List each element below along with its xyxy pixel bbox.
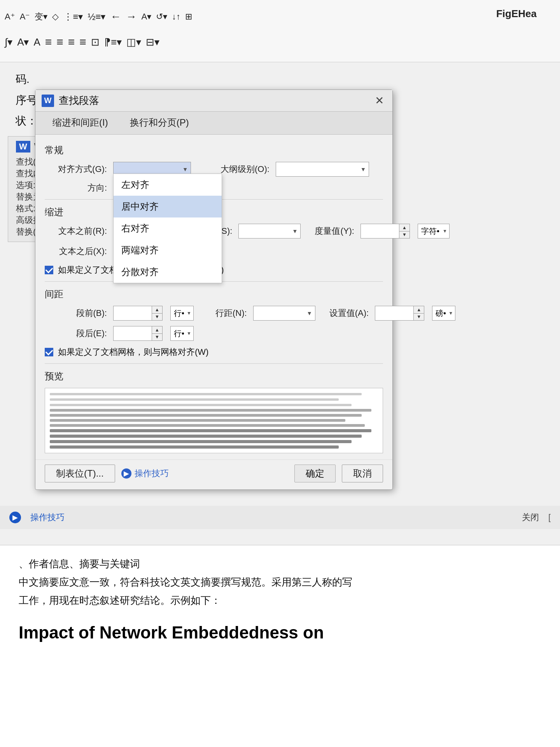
cancel-button[interactable]: 取消 [342,465,383,482]
footer-left: 制表位(T)... ▶ 操作技巧 [45,465,169,482]
after-text-label: 文本之后(X): [45,245,107,257]
value-dec[interactable]: ▼ [414,314,424,321]
preview-line-11 [50,445,339,449]
footer-right: 确定 取消 [294,465,383,482]
measure-input[interactable] [360,224,399,238]
measure-inc[interactable]: ▲ [399,224,410,231]
line-spacing-label: 行距(N): [215,307,247,319]
dialog-titlebar: W 查找段落 ✕ [35,90,392,112]
before-para-spinbox: ▲ ▼ [113,306,163,321]
auto-adjust-checkbox[interactable] [45,266,53,274]
measure-label: 度量值(Y): [315,225,354,237]
after-para-spinbtns: ▲ ▼ [152,326,163,341]
ops-label: 操作技巧 [135,468,169,479]
dialog-close-button[interactable]: ✕ [372,94,386,108]
before-text-label: 文本之前(R): [45,225,107,237]
unit3-select-wrapper: 磅• [432,306,455,321]
value-input[interactable] [375,306,414,321]
ops-icon: ▶ [121,468,131,479]
preview-section: 预览 [45,363,383,453]
unit-select-wrapper: 字符• [418,224,450,238]
align-select-container: ▼ 左对齐 居中对齐 右对齐 两端对齐 分散对齐 [113,162,191,177]
measure-dec[interactable]: ▼ [399,231,410,238]
dialog-word-icon: W [42,95,54,107]
tab-indent-spacing[interactable]: 缩进和间距(I) [42,112,119,134]
tab-line-page[interactable]: 换行和分页(P) [119,112,200,134]
ops-button[interactable]: ▶ 操作技巧 [121,468,169,479]
after-para-label: 段后(E): [45,328,107,339]
preview-line-7 [50,424,365,427]
special-select-wrapper: ▼ [238,224,301,238]
special-select-input[interactable] [238,224,301,238]
preview-line-6 [50,419,345,422]
paragraph-dialog: W 查找段落 ✕ 缩进和间距(I) 换行和分页(P) 常规 对齐方式(G): ▼ [35,89,393,490]
preview-label: 预览 [45,370,383,382]
dropdown-item-left-align[interactable]: 左对齐 [114,174,222,196]
dropdown-item-justify-align[interactable]: 两端对齐 [114,239,222,261]
unit2-select[interactable]: 行• [170,306,194,321]
preview-line-2 [50,398,339,401]
after-para-dec[interactable]: ▼ [152,334,162,341]
before-para-label: 段前(B): [45,307,107,319]
value-spinbox: ▲ ▼ [375,306,424,321]
preview-line-5 [50,414,362,417]
preview-line-4 [50,409,371,412]
before-para-spinbtns: ▲ ▼ [152,306,163,321]
outline-select-wrapper: ▼ [276,162,369,177]
preview-line-9 [50,435,362,438]
dialog-tabs: 缩进和间距(I) 换行和分页(P) [35,112,392,135]
direction-label: 方向: [45,182,107,194]
section-spacing-label: 间距 [45,288,383,300]
measure-spinbox: ▲ ▼ [360,224,410,238]
section-general-label: 常规 [45,144,383,156]
line-spacing-select[interactable] [253,306,315,321]
grid-align-row: 如果定义了文档网格，则与网格对齐(W) [45,346,383,358]
before-para-inc[interactable]: ▲ [152,306,162,314]
dropdown-item-center-align[interactable]: 居中对齐 [114,196,222,217]
value-label: 设置值(A): [329,307,369,319]
dialog-overlay: W 查找段落 ✕ 缩进和间距(I) 换行和分页(P) 常规 对齐方式(G): ▼ [0,0,560,747]
unit-select[interactable]: 字符• [418,224,450,238]
align-label: 对齐方式(G): [45,163,107,175]
unit4-select-wrapper: 行• [170,326,194,341]
grid-align-label: 如果定义了文档网格，则与网格对齐(W) [58,346,208,358]
align-dropdown-menu: 左对齐 居中对齐 右对齐 两端对齐 分散对齐 [113,174,222,283]
dialog-footer: 制表位(T)... ▶ 操作技巧 确定 取消 [35,459,392,489]
after-para-input[interactable] [113,326,152,341]
preview-box [45,388,383,453]
dialog-body: 常规 对齐方式(G): ▼ 左对齐 居中对齐 右对齐 两端对齐 分 [35,135,392,459]
value-spinbtns: ▲ ▼ [414,306,424,321]
outline-select-input[interactable] [276,162,369,177]
spacing-section: 间距 段前(B): ▲ ▼ 行• [45,281,383,358]
line-spacing-select-wrapper: ▼ [253,306,315,321]
preview-line-3 [50,404,352,406]
confirm-button[interactable]: 确定 [294,465,336,482]
dropdown-item-right-align[interactable]: 右对齐 [114,217,222,239]
preview-line-1 [50,393,362,395]
preview-line-8 [50,429,371,432]
after-para-spinbox: ▲ ▼ [113,326,163,341]
unit4-select[interactable]: 行• [170,326,194,341]
after-para-inc[interactable]: ▲ [152,326,162,334]
align-row: 对齐方式(G): ▼ 左对齐 居中对齐 右对齐 两端对齐 分散对齐 [45,162,383,177]
tab-stop-button[interactable]: 制表位(T)... [45,465,115,482]
grid-align-checkbox[interactable] [45,348,53,356]
dropdown-item-distribute-align[interactable]: 分散对齐 [114,261,222,283]
unit2-select-wrapper: 行• [170,306,194,321]
preview-line-10 [50,440,352,443]
value-inc[interactable]: ▲ [414,306,424,314]
before-para-input[interactable] [113,306,152,321]
measure-spinbtns: ▲ ▼ [399,224,410,238]
after-para-row: 段后(E): ▲ ▼ 行• [45,326,383,341]
outline-label: 大纲级别(O): [220,163,270,175]
dialog-title: 查找段落 [59,94,372,107]
unit3-select[interactable]: 磅• [432,306,455,321]
before-para-dec[interactable]: ▼ [152,314,162,321]
before-para-row: 段前(B): ▲ ▼ 行• 行距(N): [45,306,383,321]
